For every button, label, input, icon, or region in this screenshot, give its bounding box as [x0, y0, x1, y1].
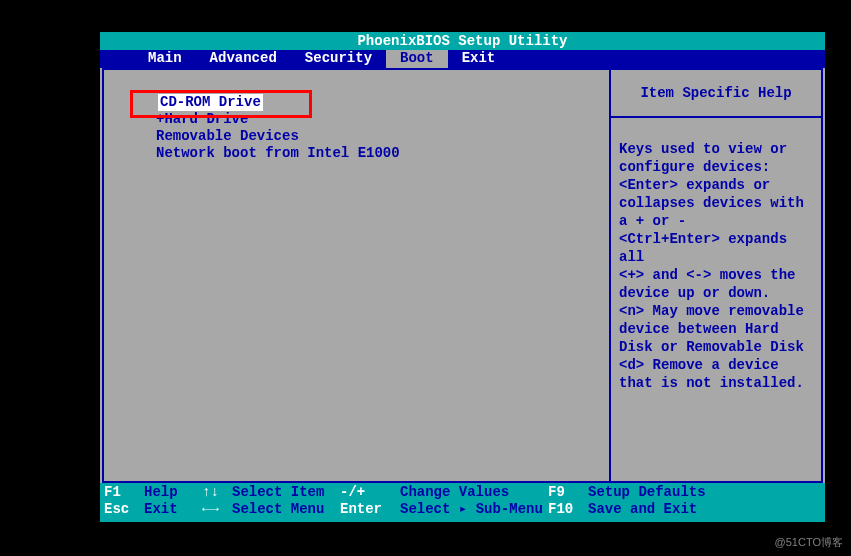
boot-item-hard-drive[interactable]: +Hard Drive: [150, 111, 603, 128]
menu-security[interactable]: Security: [291, 50, 386, 68]
help-line: configure devices:: [619, 158, 813, 176]
label-setup-defaults: Setup Defaults: [588, 484, 821, 501]
key-left-right[interactable]: ←→: [202, 501, 232, 518]
help-line: <Ctrl+Enter> expands: [619, 230, 813, 248]
help-line: device between Hard: [619, 320, 813, 338]
menu-advanced[interactable]: Advanced: [196, 50, 291, 68]
help-line: <+> and <-> moves the: [619, 266, 813, 284]
help-line: a + or -: [619, 212, 813, 230]
key-f1[interactable]: F1: [104, 484, 144, 501]
help-line: device up or down.: [619, 284, 813, 302]
help-line: all: [619, 248, 813, 266]
menu-boot[interactable]: Boot: [386, 50, 448, 68]
label-select-submenu: Select ▸ Sub-Menu: [400, 501, 548, 518]
help-line: <n> May move removable: [619, 302, 813, 320]
app-title: PhoenixBIOS Setup Utility: [357, 33, 567, 49]
footer-bar: F1 Help ↑↓ Select Item -/+ Change Values…: [100, 483, 825, 522]
key-up-down[interactable]: ↑↓: [202, 484, 232, 501]
help-line: collapses devices with: [619, 194, 813, 212]
label-help: Help: [144, 484, 202, 501]
key-plus-minus[interactable]: -/+: [340, 484, 400, 501]
label-exit: Exit: [144, 501, 202, 518]
key-enter[interactable]: Enter: [340, 501, 400, 518]
menu-bar: Main Advanced Security Boot Exit: [100, 50, 825, 68]
help-line: <Enter> expands or: [619, 176, 813, 194]
menu-main[interactable]: Main: [134, 50, 196, 68]
boot-item-cdrom[interactable]: CD-ROM Drive: [158, 94, 263, 111]
watermark: @51CTO博客: [775, 535, 843, 550]
label-change-values: Change Values: [400, 484, 548, 501]
key-esc[interactable]: Esc: [104, 501, 144, 518]
menu-exit[interactable]: Exit: [448, 50, 510, 68]
content-area: CD-ROM Drive +Hard Drive Removable Devic…: [102, 68, 823, 483]
bios-screen: PhoenixBIOS Setup Utility Main Advanced …: [100, 32, 825, 522]
help-line: Disk or Removable Disk: [619, 338, 813, 356]
help-line: <d> Remove a device: [619, 356, 813, 374]
label-select-item: Select Item: [232, 484, 340, 501]
label-save-exit: Save and Exit: [588, 501, 821, 518]
boot-order-panel: CD-ROM Drive +Hard Drive Removable Devic…: [104, 70, 609, 481]
help-line: Keys used to view or: [619, 140, 813, 158]
help-header: Item Specific Help: [611, 70, 821, 118]
help-line: that is not installed.: [619, 374, 813, 392]
boot-item-removable[interactable]: Removable Devices: [150, 128, 603, 145]
help-body: Keys used to view or configure devices: …: [611, 118, 821, 481]
key-f9[interactable]: F9: [548, 484, 588, 501]
label-select-menu: Select Menu: [232, 501, 340, 518]
help-panel: Item Specific Help Keys used to view or …: [609, 70, 821, 481]
boot-item-network[interactable]: Network boot from Intel E1000: [150, 145, 603, 162]
key-f10[interactable]: F10: [548, 501, 588, 518]
title-bar: PhoenixBIOS Setup Utility: [100, 32, 825, 50]
